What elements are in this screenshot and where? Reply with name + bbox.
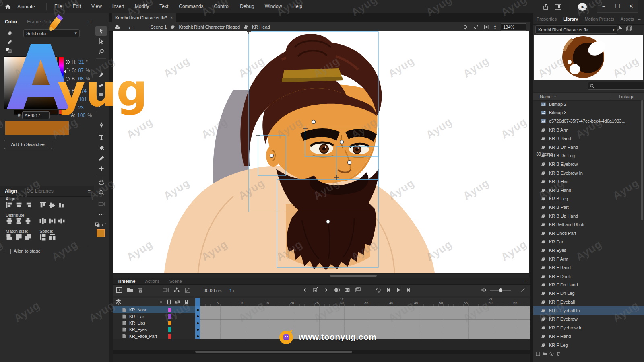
column-linkage[interactable]: Linkage [619, 94, 634, 99]
tab-motion-presets[interactable]: Motion Presets [581, 16, 617, 21]
scrollbar-thumb[interactable] [330, 275, 377, 277]
library-item[interactable]: KR F Band [533, 263, 644, 272]
brush-tool[interactable] [95, 70, 107, 79]
alpha-slider-handle[interactable] [59, 110, 64, 115]
tab-assets[interactable]: Assets [617, 16, 637, 21]
timeline-layer[interactable]: KR_Nose [113, 306, 195, 313]
frame-ruler[interactable]: 51015202530354045505560651s2s [195, 298, 530, 307]
library-item[interactable]: KR B Dn Hand [533, 143, 644, 151]
align-to-stage-checkbox[interactable] [6, 249, 11, 254]
center-stage-icon[interactable] [462, 24, 468, 30]
tab-cc-libraries[interactable]: CC Libraries [22, 188, 58, 194]
delete-item-icon[interactable] [556, 352, 561, 356]
camera-layer-icon[interactable] [163, 287, 170, 294]
tab-properties[interactable]: Properties [533, 16, 560, 21]
library-item[interactable]: KR F Dn Hand [533, 280, 644, 289]
timeline-layer[interactable]: KR_Ear [113, 313, 195, 319]
back-arrow-icon[interactable]: ← [128, 23, 134, 30]
hide-column-eye-icon[interactable] [174, 299, 182, 306]
eraser-tool[interactable] [95, 80, 107, 89]
library-item[interactable]: KR F Arm [533, 255, 644, 263]
sb-picker-cursor[interactable] [46, 71, 52, 77]
home-icon[interactable] [5, 4, 11, 10]
frame-view-curve-icon[interactable] [520, 287, 527, 294]
library-item[interactable]: KR B Eyebrow [533, 160, 644, 169]
stage-horizontal-scrollbar[interactable] [113, 274, 529, 278]
lasso-tool[interactable] [95, 47, 107, 57]
distribute-right-icon[interactable] [58, 218, 65, 224]
layer-color-chip[interactable] [168, 314, 171, 319]
loop-icon[interactable] [375, 287, 382, 294]
frame-size-slider-knob[interactable] [499, 288, 502, 292]
library-item[interactable]: KR B Part [533, 203, 644, 212]
library-item[interactable]: KR F Hand [533, 332, 644, 341]
zoom-stepper-down[interactable]: ▾ [494, 27, 496, 30]
sort-arrow-up-icon[interactable]: ↑ [554, 94, 556, 99]
match-height-icon[interactable] [15, 234, 23, 241]
distribute-bottom-icon[interactable] [24, 218, 32, 224]
distribute-left-icon[interactable] [39, 218, 47, 224]
rotate-icon[interactable] [101, 220, 107, 230]
test-movie-play-icon[interactable]: ▶ [578, 3, 587, 11]
more-tools-icon[interactable] [95, 210, 107, 219]
item-properties-icon[interactable] [549, 352, 554, 356]
column-divider[interactable] [611, 93, 611, 99]
delete-layer-icon[interactable] [137, 287, 144, 294]
scrollbar-thumb[interactable] [195, 351, 352, 353]
outline-column-icon[interactable] [166, 299, 173, 306]
highlight-column-icon[interactable] [160, 301, 162, 303]
hex-input[interactable] [22, 111, 50, 119]
clip-content-icon[interactable] [484, 24, 489, 30]
radio-g[interactable] [66, 97, 70, 101]
match-frame-size-icon[interactable] [481, 287, 488, 294]
menu-item-view[interactable]: View [86, 0, 107, 13]
library-item[interactable]: KR F Dhoti [533, 272, 644, 280]
onion-skin-outlines-icon[interactable] [344, 287, 351, 294]
step-back-icon[interactable] [386, 287, 393, 294]
asset-warp-tool[interactable] [95, 164, 107, 173]
tab-timeline[interactable]: Timeline [113, 279, 140, 284]
zoom-level-field[interactable]: 134% [501, 23, 526, 31]
layer-frame-strip[interactable] [195, 313, 530, 319]
hue-slider[interactable] [58, 57, 64, 109]
library-item[interactable]: KR Dhoti Part [533, 229, 644, 237]
swap-colors-icon[interactable] [6, 47, 12, 53]
align-vertical-center-icon[interactable] [48, 202, 56, 208]
align-right-icon[interactable] [24, 202, 32, 208]
library-item[interactable]: KR B Hair [533, 177, 644, 186]
document-tab[interactable]: Krodhi Rishi Character.fla* × [112, 13, 176, 22]
layer-parenting-icon[interactable] [173, 287, 181, 294]
edit-scene-icon[interactable] [114, 24, 120, 30]
library-item[interactable]: Bitmap 3 [533, 108, 644, 117]
library-item[interactable]: KR F Eyebrow In [533, 323, 644, 332]
library-item[interactable]: KR F Eyeball In [533, 306, 644, 315]
match-size-icon[interactable] [24, 234, 32, 241]
tab-align[interactable]: Align [0, 188, 22, 194]
menu-item-text[interactable]: Text [154, 0, 173, 13]
library-item[interactable]: KR F Eyeball [533, 298, 644, 306]
tab-actions[interactable]: Actions [140, 279, 164, 284]
add-to-swatches-button[interactable]: Add To Swatches [4, 140, 52, 149]
radio-h[interactable] [66, 60, 70, 64]
library-item[interactable]: KR Eyes [533, 246, 644, 255]
column-name[interactable]: Name [540, 94, 551, 99]
paint-bucket-tool[interactable] [95, 143, 107, 153]
tab-library[interactable]: Library [560, 16, 581, 21]
layer-frames-area[interactable] [195, 306, 530, 339]
menu-item-commands[interactable]: Commands [173, 0, 208, 13]
new-library-panel-icon[interactable] [626, 25, 632, 32]
share-icon[interactable] [543, 4, 549, 10]
menu-item-edit[interactable]: Edit [67, 0, 86, 13]
align-top-icon[interactable] [39, 202, 47, 208]
new-layer-icon[interactable] [116, 287, 123, 294]
zoom-tool[interactable] [95, 188, 107, 197]
pin-library-icon[interactable] [616, 26, 622, 32]
keyframe-dot[interactable] [197, 309, 199, 311]
align-bottom-icon[interactable] [58, 202, 65, 208]
hand-tool[interactable] [95, 177, 107, 187]
library-document-dropdown[interactable]: Krodhi Rishi Character.fla ▾ [535, 25, 617, 34]
rectangle-tool[interactable] [95, 90, 107, 99]
keyframe-dot[interactable] [197, 335, 199, 337]
align-panel-menu-icon[interactable]: ≡ [87, 188, 91, 194]
library-panel-menu-icon[interactable]: ≡ [638, 16, 641, 22]
